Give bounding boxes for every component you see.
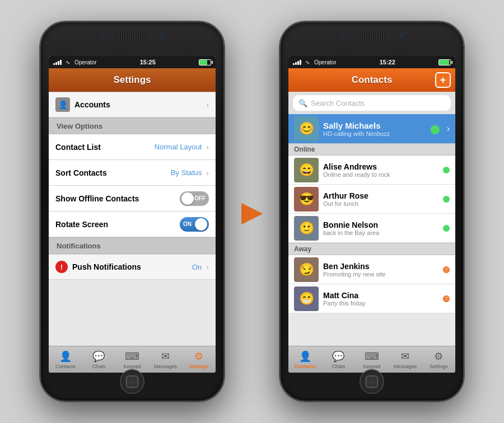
right-messages-icon: ✉ [401,350,409,363]
bonnie-sub: back in the Bay area [323,229,438,236]
operator-label: Operator [74,59,96,65]
accounts-chevron: › [206,100,209,109]
rotate-screen-row[interactable]: Rotate Screen ON [49,212,216,237]
right-home-button-square [366,375,378,388]
left-phone: ∿ Operator 15:25 Settings 👤 Accounts [40,21,225,402]
featured-avatar-image: 😊 [294,116,319,141]
right-tab-settings[interactable]: ⚙ Settings [422,350,455,369]
show-offline-label: Show Offline Contacts [55,194,139,203]
arthur-name: Arthur Rose [323,191,438,200]
right-tab-keypad[interactable]: ⌨ Keypad [355,350,389,369]
right-phone-top-bar [281,32,463,38]
right-status-bar: ∿ Operator 15:22 [288,56,455,68]
contacts-title: Contacts [352,74,393,86]
contact-matt[interactable]: 😁 Matt Cina Party this friday ⏱ [288,284,455,313]
sensor [159,32,165,38]
tab-messages[interactable]: ✉ Messages [149,350,183,369]
arthur-avatar: 😎 [294,187,319,212]
alise-sub: Online and ready to rock [323,171,438,178]
wifi-icon: ∿ [66,59,70,65]
tab-chats[interactable]: 💬 Chats [82,350,116,369]
right-chats-label: Chats [332,364,346,369]
signal-strength [53,60,62,65]
right-chats-icon: 💬 [332,350,344,363]
right-contacts-icon: 👤 [299,350,311,363]
contacts-header: Contacts + [288,68,455,92]
left-status-time: 15:25 [140,59,156,65]
away-group-header: Away [288,243,455,255]
toggle-on-text: ON [183,221,192,227]
sort-contacts-row[interactable]: Sort Contacts By Status › [49,160,216,186]
phone-top-bar [41,32,223,38]
view-options-label: View Options [57,122,102,130]
battery-fill [199,60,207,65]
arthur-status [443,196,450,203]
tab-contacts[interactable]: 👤 Contacts [49,350,82,369]
left-home-button[interactable] [120,369,144,394]
right-home-button[interactable] [360,369,384,394]
contact-bonnie[interactable]: 🙂 Bonnie Nelson back in the Bay area [288,214,455,243]
right-screen: ∿ Operator 15:22 Contacts + 🔍 Sear [288,56,455,373]
add-contact-button[interactable]: + [435,72,451,88]
online-group-header: Online [288,143,455,156]
ben-status: ⏱ [443,266,450,273]
earpiece-speaker [115,32,149,38]
r-bar1 [293,63,295,65]
right-tab-bar: 👤 Contacts 💬 Chats ⌨ Keypad ✉ Messages ⚙ [288,346,455,373]
push-notifications-chevron: › [206,262,209,271]
right-messages-label: Messages [394,364,417,369]
notifications-label: Notifications [57,242,101,250]
sort-contacts-chevron: › [206,168,209,177]
alise-info: Alise Andrews Online and ready to rock [323,162,438,178]
ben-sub: Promoting my new site [323,271,438,278]
toggle-thumb [181,192,194,205]
right-settings-icon: ⚙ [434,350,443,363]
right-tab-messages[interactable]: ✉ Messages [389,350,422,369]
featured-contact-row[interactable]: 😊 Sally Michaels HD-calling with Nimbuzz… [288,114,455,143]
battery-indicator [199,59,211,65]
right-battery-fill [439,60,449,65]
right-keypad-icon: ⌨ [365,350,379,363]
right-earpiece-speaker [355,32,389,38]
right-status-time: 15:22 [380,59,395,65]
right-tab-chats[interactable]: 💬 Chats [322,350,356,369]
show-offline-row[interactable]: Show Offline Contacts OFF [49,186,216,212]
featured-contact-sub: HD-calling with Nimbuzz [323,130,426,137]
ben-avatar: 😏 [294,257,319,282]
contact-list-row[interactable]: Contact List Normal Layout › [49,134,216,160]
r-bar3 [297,61,299,65]
contact-alise[interactable]: 😄 Alise Andrews Online and ready to rock [288,156,455,185]
view-options-header: View Options [49,118,216,134]
featured-contact-info: Sally Michaels HD-calling with Nimbuzz [323,121,426,137]
bonnie-name: Bonnie Nelson [323,220,438,229]
contact-list-label: Contact List [55,143,101,152]
tab-settings[interactable]: ⚙ Settings [182,350,216,369]
push-notifications-label: Push Notifications [72,262,141,271]
push-notifications-row[interactable]: ! Push Notifications On › [49,254,216,280]
right-wifi-icon: ∿ [305,59,310,65]
right-front-camera [339,32,345,38]
bar4 [60,60,62,65]
search-input[interactable]: 🔍 Search Contacts [293,95,451,111]
contact-arthur[interactable]: 😎 Arthur Rose Out for lunch [288,185,455,214]
person-icon: 👤 [55,97,70,112]
rotate-screen-toggle[interactable]: ON [180,217,209,232]
contacts-label: Contacts [55,364,76,369]
right-tab-contacts[interactable]: 👤 Contacts [288,350,322,369]
online-group-label: Online [294,145,315,153]
tab-keypad[interactable]: ⌨ Keypad [115,350,149,369]
featured-avatar: 😊 [294,116,319,141]
notification-icon: ! [55,261,68,273]
toggle-thumb-on [195,218,207,231]
contact-ben[interactable]: 😏 Ben Jenkins Promoting my new site ⏱ [288,255,455,284]
r-bar4 [300,60,301,65]
accounts-row[interactable]: 👤 Accounts › [49,92,216,118]
left-screen: ∿ Operator 15:25 Settings 👤 Accounts [49,56,216,373]
search-icon: 🔍 [298,99,307,107]
add-icon: + [440,74,446,86]
bar1 [53,63,55,65]
direction-arrow: ▶ [241,195,263,228]
matt-sub: Party this friday [323,300,438,307]
show-offline-toggle[interactable]: OFF [180,191,209,206]
home-button-square [126,375,138,388]
